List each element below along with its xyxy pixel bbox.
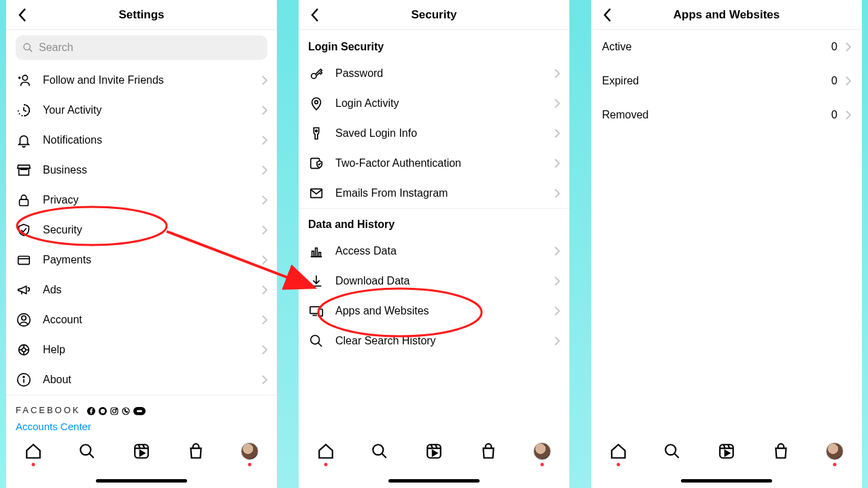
chevron-right-icon	[554, 336, 560, 346]
security-row-emails[interactable]: Emails From Instagram	[299, 178, 569, 208]
tab-search[interactable]	[663, 442, 682, 461]
settings-row-help[interactable]: Help	[6, 335, 277, 365]
svg-rect-38	[316, 248, 318, 257]
svg-rect-37	[312, 251, 314, 257]
security-row-saved-login[interactable]: Saved Login Info	[299, 118, 569, 148]
apps-row-count: 0	[831, 41, 837, 53]
tab-home[interactable]	[609, 442, 628, 461]
back-icon[interactable]	[14, 7, 31, 23]
svg-line-55	[675, 453, 680, 458]
settings-row-label: Ads	[43, 284, 251, 296]
activity-icon	[16, 102, 32, 118]
header-security: Security	[299, 0, 569, 30]
settings-row-business[interactable]: Business	[6, 155, 277, 185]
chevron-right-icon	[554, 189, 560, 198]
chevron-right-icon	[262, 135, 267, 145]
tab-shop[interactable]	[186, 442, 205, 461]
chevron-right-icon	[554, 246, 560, 256]
tab-reels[interactable]	[424, 442, 444, 461]
security-row-apps-websites[interactable]: Apps and Websites	[299, 296, 569, 326]
security-row-password[interactable]: Password	[299, 59, 569, 88]
settings-row-label: Privacy	[43, 194, 251, 206]
security-row-label: Access Data	[335, 245, 544, 257]
facebook-logo-text: FACEBOOK	[16, 405, 81, 415]
tab-profile[interactable]	[825, 442, 844, 461]
instagram-icon	[110, 407, 118, 415]
location-icon	[308, 95, 324, 112]
security-row-2fa[interactable]: Two-Factor Authentication	[299, 148, 569, 178]
chevron-right-icon	[262, 76, 267, 85]
apps-row-count: 0	[831, 75, 837, 87]
user-icon	[16, 312, 32, 328]
apps-row-removed[interactable]: Removed 0	[591, 98, 862, 132]
tab-shop[interactable]	[479, 442, 498, 461]
help-icon	[16, 342, 32, 358]
messenger-icon	[99, 407, 107, 415]
facebook-icon	[87, 407, 95, 415]
tabbar	[6, 435, 277, 488]
svg-point-11	[22, 348, 26, 352]
settings-row-account[interactable]: Account	[6, 305, 277, 335]
tab-home[interactable]	[316, 442, 335, 461]
settings-row-follow[interactable]: Follow and Invite Friends	[6, 65, 277, 95]
apps-row-label: Removed	[602, 109, 831, 121]
settings-row-ads[interactable]: Ads	[6, 275, 277, 305]
security-row-label: Login Activity	[335, 97, 544, 110]
security-row-label: Two-Factor Authentication	[335, 157, 544, 169]
settings-row-label: Follow and Invite Friends	[43, 74, 251, 86]
apps-row-label: Active	[602, 41, 831, 53]
settings-row-about[interactable]: About	[6, 365, 277, 395]
chevron-right-icon	[262, 375, 267, 385]
settings-row-privacy[interactable]: Privacy	[6, 185, 277, 215]
svg-rect-39	[319, 253, 321, 257]
security-row-download-data[interactable]: Download Data	[299, 266, 569, 296]
keyhole-icon	[308, 125, 324, 142]
tab-home[interactable]	[24, 442, 43, 461]
svg-rect-5	[20, 199, 29, 206]
chevron-right-icon	[554, 69, 560, 78]
accounts-center-link[interactable]: Accounts Center	[16, 421, 267, 432]
svg-point-20	[113, 409, 116, 412]
search-input[interactable]: Search	[16, 35, 267, 60]
settings-row-security[interactable]: Security	[6, 215, 277, 245]
home-indicator[interactable]	[96, 479, 187, 483]
settings-row-notifications[interactable]: Notifications	[6, 125, 277, 155]
settings-row-payments[interactable]: Payments	[6, 245, 277, 275]
tab-profile[interactable]	[533, 442, 552, 461]
chevron-right-icon	[554, 159, 560, 168]
chevron-right-icon	[262, 225, 267, 235]
home-indicator[interactable]	[681, 479, 772, 483]
tabbar	[299, 435, 569, 488]
svg-point-22	[122, 408, 129, 414]
tab-profile[interactable]	[240, 442, 259, 461]
apps-row-count: 0	[831, 109, 837, 121]
home-indicator[interactable]	[388, 479, 480, 483]
tab-reels[interactable]	[132, 442, 151, 461]
chevron-right-icon	[262, 285, 267, 295]
tab-shop[interactable]	[771, 442, 790, 461]
svg-point-0	[24, 44, 30, 50]
settings-row-activity[interactable]: Your Activity	[6, 95, 277, 125]
security-row-label: Download Data	[335, 275, 544, 287]
avatar	[241, 442, 258, 460]
tab-search[interactable]	[78, 442, 97, 461]
apps-row-active[interactable]: Active 0	[591, 30, 862, 64]
svg-point-54	[666, 444, 676, 455]
shield-icon	[16, 222, 32, 238]
security-row-clear-history[interactable]: Clear Search History	[299, 326, 569, 356]
back-icon[interactable]	[599, 7, 616, 23]
lock-icon	[16, 192, 32, 208]
chevron-right-icon	[846, 42, 851, 52]
download-icon	[308, 273, 324, 289]
apps-row-expired[interactable]: Expired 0	[591, 64, 862, 98]
page-title: Apps and Websites	[591, 8, 862, 22]
tab-reels[interactable]	[717, 442, 736, 461]
security-row-label: Apps and Websites	[335, 305, 544, 317]
tab-search[interactable]	[370, 442, 389, 461]
back-icon[interactable]	[307, 7, 323, 23]
security-row-login-activity[interactable]: Login Activity	[299, 88, 569, 118]
security-row-access-data[interactable]: Access Data	[299, 236, 569, 266]
svg-rect-23	[137, 410, 142, 412]
header-apps: Apps and Websites	[591, 0, 862, 30]
add-user-icon	[16, 72, 32, 88]
